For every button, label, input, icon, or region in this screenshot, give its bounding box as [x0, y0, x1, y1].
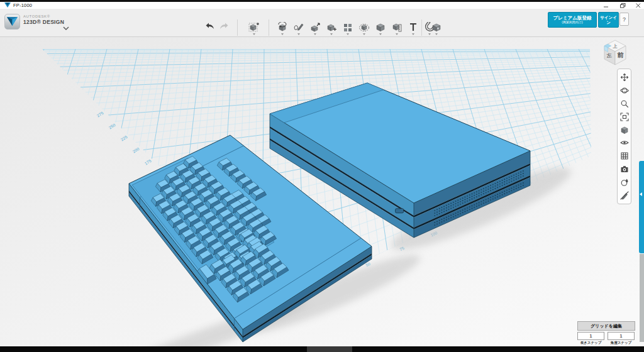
dropdown-caret-icon — [281, 33, 284, 35]
orbit-button[interactable] — [619, 85, 630, 96]
main-toolbar: AUTODESK® 123D® DESIGN — [0, 9, 644, 37]
angle-snap-input[interactable] — [608, 332, 635, 340]
navigation-toolbar — [617, 69, 631, 204]
modify-tool-button[interactable] — [324, 22, 338, 38]
insert-part-button[interactable] — [247, 22, 261, 38]
insert-group — [247, 22, 261, 38]
dropdown-caret-icon — [396, 33, 398, 35]
view-cube-left-label[interactable]: 左 — [606, 53, 612, 59]
pan-icon — [620, 73, 629, 82]
sketch-tool-button[interactable] — [291, 22, 306, 38]
app-window: 275250225200175255075100 FP-1000 — [0, 0, 644, 352]
minimize-button[interactable] — [601, 2, 611, 9]
dropdown-caret-icon — [379, 33, 382, 35]
grid-toggle-button[interactable] — [619, 151, 630, 161]
123d-logo-icon — [7, 17, 18, 26]
redo-icon — [219, 22, 230, 30]
angle-snap-label: 角度スナップ — [608, 341, 635, 345]
app-menu-button[interactable] — [4, 14, 20, 30]
brand-block: AUTODESK® 123D® DESIGN — [23, 14, 64, 25]
view-cube-top-label[interactable]: 上 — [613, 43, 618, 48]
construct-tool-button[interactable] — [308, 22, 322, 38]
zoom-button[interactable] — [619, 99, 630, 109]
close-button[interactable] — [633, 2, 643, 9]
group-icon — [358, 22, 370, 32]
unit-front-button — [396, 209, 404, 213]
dropdown-caret-icon — [330, 33, 333, 35]
cube-icon — [620, 126, 629, 135]
side-scroll-track[interactable] — [640, 254, 644, 342]
measure-icon — [391, 22, 402, 32]
combine-icon — [375, 22, 386, 32]
signin-label: サインイン — [599, 15, 618, 25]
material-mode-button[interactable] — [619, 177, 630, 187]
material-group — [429, 22, 443, 38]
toolbar-separator — [269, 19, 269, 36]
pattern-icon — [342, 22, 353, 32]
sketch-icon — [293, 22, 304, 32]
help-label: ? — [623, 16, 626, 23]
modeling-tools-group — [275, 22, 436, 38]
help-button[interactable]: ? — [619, 13, 629, 26]
transform-icon — [277, 22, 288, 32]
parts-panel-tab[interactable] — [639, 161, 644, 253]
restore-button[interactable] — [618, 2, 628, 9]
history-group — [203, 22, 231, 38]
grid-icon — [620, 151, 629, 160]
snapshot-button[interactable] — [619, 164, 630, 174]
sketch-visibility-button[interactable] — [619, 190, 630, 201]
dropdown-caret-icon — [297, 33, 300, 35]
dropdown-caret-icon — [412, 33, 414, 35]
camera-icon — [620, 165, 629, 173]
screen-bottom-bar — [0, 346, 644, 352]
premium-register-button[interactable]: プレミアム版登録 (商業利用向け) — [548, 12, 597, 28]
measure-tool-button[interactable] — [389, 22, 404, 38]
view-mode-button[interactable] — [619, 125, 630, 135]
dropdown-caret-icon — [314, 33, 316, 35]
brand-autodesk: AUTODESK® — [23, 14, 64, 18]
grid-settings-panel: グリッドを編集 長さスナップ 角度スナップ — [577, 321, 635, 345]
modify-icon — [326, 22, 337, 32]
text-tool-button[interactable] — [406, 22, 420, 38]
3d-viewport[interactable]: 275250225200175255075100 — [0, 0, 644, 352]
pan-button[interactable] — [619, 72, 630, 82]
signin-button[interactable]: サインイン — [598, 12, 619, 28]
pattern-tool-button[interactable] — [340, 22, 355, 38]
dropdown-caret-icon — [435, 33, 438, 35]
app-favicon — [4, 3, 11, 8]
group-tool-button[interactable] — [357, 22, 371, 38]
insert-part-icon — [248, 22, 260, 32]
undo-icon — [204, 22, 215, 30]
premium-register-sublabel: (商業利用向け) — [562, 21, 582, 25]
brand-123d-design: 123D® DESIGN — [23, 19, 64, 25]
view-cube-front-label[interactable]: 前 — [617, 52, 625, 58]
dropdown-caret-icon — [363, 33, 365, 35]
paint-sphere-icon — [620, 178, 629, 187]
redo-button[interactable] — [217, 22, 231, 38]
edit-grid-button[interactable]: グリッドを編集 — [577, 321, 635, 331]
view-cube[interactable]: 上 左 前 — [599, 35, 633, 68]
length-snap-label: 長さスナップ — [577, 341, 604, 345]
material-icon — [431, 22, 442, 32]
taskbar-item-hint — [307, 346, 352, 352]
construct-icon — [309, 22, 321, 32]
pencil-slash-icon — [620, 191, 629, 200]
toolbar-separator — [421, 19, 422, 36]
magnifier-icon — [620, 99, 629, 108]
panel-expand-arrow-icon — [640, 192, 642, 196]
transform-tool-button[interactable] — [275, 22, 289, 38]
orbit-icon — [620, 86, 629, 95]
dropdown-caret-icon — [347, 33, 349, 35]
material-tool-button[interactable] — [429, 22, 443, 38]
fit-brackets-icon — [620, 113, 629, 121]
undo-button[interactable] — [203, 22, 217, 38]
visibility-button[interactable] — [619, 138, 630, 148]
combine-tool-button[interactable] — [373, 22, 387, 38]
dropdown-caret-icon — [253, 33, 255, 35]
length-snap-input[interactable] — [577, 332, 604, 340]
chevron-down-icon[interactable] — [63, 26, 69, 30]
window-title: FP-1000 — [13, 3, 32, 8]
eye-icon — [620, 138, 629, 147]
fit-button[interactable] — [619, 112, 630, 122]
toolbar-separator — [237, 19, 238, 36]
